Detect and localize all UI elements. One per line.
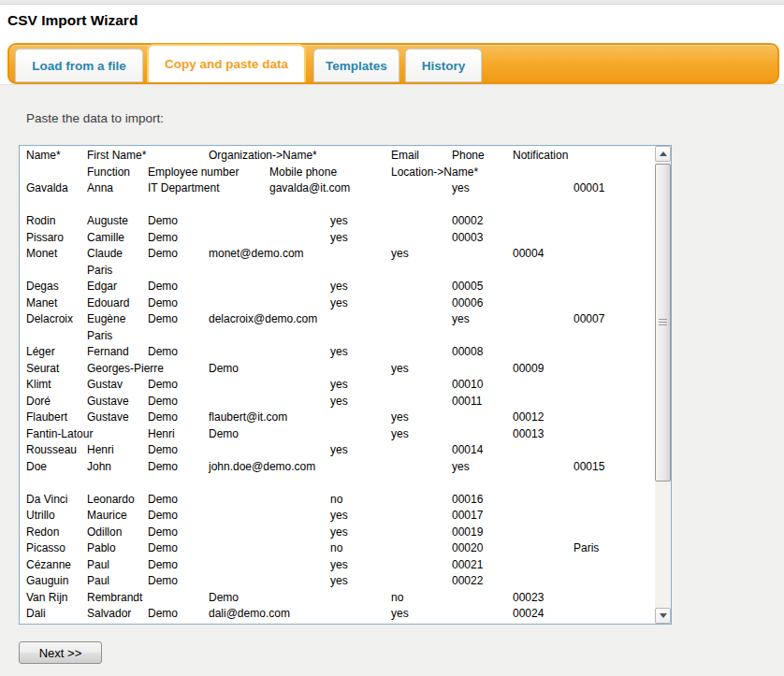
paste-cell: gavalda@it.com xyxy=(269,181,350,194)
paste-cell: Demo xyxy=(148,296,178,309)
paste-cell: Da Vinci xyxy=(26,493,67,506)
paste-line: CézannePaulDemoyes00021 xyxy=(20,558,655,575)
next-button[interactable]: Next >> xyxy=(19,641,102,664)
paste-line: SeuratGeorges-PierreDemoyes00009 xyxy=(20,362,655,379)
paste-cell: yes xyxy=(330,509,348,522)
paste-cell: Odillon xyxy=(87,525,122,539)
paste-cell: Gustav xyxy=(87,378,123,391)
scrollbar-down-button[interactable] xyxy=(655,608,671,624)
scrollbar-thumb[interactable] xyxy=(655,164,671,482)
paste-cell: 00004 xyxy=(513,247,544,260)
paste-cell: Pablo xyxy=(87,541,116,554)
paste-data-textarea[interactable]: Name*First Name*Organization->Name*Email… xyxy=(19,145,672,625)
paste-cell: Gustave xyxy=(87,410,129,424)
paste-cell: yes xyxy=(330,443,348,456)
paste-cell: Demo xyxy=(209,591,239,604)
paste-cell: Salvador xyxy=(87,607,131,620)
vertical-scrollbar[interactable] xyxy=(655,146,671,624)
paste-line: Van RijnRembrandtDemono00023 xyxy=(20,591,655,608)
paste-cell: Picasso xyxy=(26,541,65,554)
paste-line: RodinAugusteDemoyes00002 xyxy=(20,214,655,231)
paste-cell: Demo xyxy=(148,541,178,554)
paste-cell: Demo xyxy=(148,247,178,260)
paste-cell: john.doe@demo.com xyxy=(209,460,315,473)
paste-line: RousseauHenriDemoyes00014 xyxy=(20,443,655,460)
paste-line xyxy=(20,198,655,215)
paste-cell: 00022 xyxy=(452,574,483,587)
scrollbar-up-button[interactable] xyxy=(655,146,671,162)
paste-line: Name*First Name*Organization->Name*Email… xyxy=(20,149,655,165)
paste-cell: Demo xyxy=(148,509,178,522)
paste-cell: Seurat xyxy=(26,362,59,375)
paste-cell: Notification xyxy=(513,149,568,162)
paste-cell: yes xyxy=(452,181,470,194)
paste-line: GavaldaAnnaIT Departmentgavalda@it.comye… xyxy=(20,181,655,198)
tab-load-from-file[interactable]: Load from a file xyxy=(15,49,143,82)
paste-cell: yes xyxy=(330,296,348,309)
paste-cell: yes xyxy=(391,607,409,620)
paste-data-label: Paste the data to import: xyxy=(26,111,164,125)
paste-cell: 00011 xyxy=(452,395,482,408)
paste-line: UtrilloMauriceDemoyes00017 xyxy=(20,509,655,525)
paste-line: PicassoPabloDemono00020Paris xyxy=(20,541,655,558)
paste-cell: Demo xyxy=(148,460,178,473)
paste-cell: Paris xyxy=(573,541,599,554)
paste-line: DaliSalvadorDemodali@demo.comyes00024 xyxy=(20,607,655,624)
paste-cell: Demo xyxy=(148,231,178,244)
paste-cell: Demo xyxy=(148,280,178,293)
tab-history[interactable]: History xyxy=(405,49,482,82)
paste-line: FlaubertGustaveDemoflaubert@it.comyes000… xyxy=(20,410,655,427)
paste-cell: yes xyxy=(330,345,348,358)
paste-cell: Location->Name* xyxy=(391,165,478,179)
paste-cell: Demo xyxy=(148,574,178,587)
tab-label: History xyxy=(422,59,466,73)
tab-label: Load from a file xyxy=(32,59,126,73)
paste-cell: Flaubert xyxy=(26,410,67,424)
paste-line: Paris xyxy=(20,329,655,346)
csv-import-wizard-window: CSV Import Wizard Load from a file Copy … xyxy=(0,0,784,676)
paste-cell: Delacroix xyxy=(26,312,73,325)
paste-cell: Gauguin xyxy=(26,574,68,587)
paste-cell: 00023 xyxy=(513,591,544,604)
paste-cell: Rembrandt xyxy=(87,591,142,604)
paste-line: Grenoble xyxy=(20,624,655,625)
paste-cell: 00006 xyxy=(452,296,483,309)
paste-cell: Henri xyxy=(148,427,175,440)
paste-cell: Demo xyxy=(148,214,178,227)
paste-cell: Claude xyxy=(87,247,123,260)
paste-line: Da VinciLeonardoDemono00016 xyxy=(20,493,655,510)
paste-cell: Demo xyxy=(148,607,178,620)
paste-cell: yes xyxy=(330,231,348,244)
paste-cell: Demo xyxy=(148,443,178,456)
paste-cell: Cézanne xyxy=(26,558,71,571)
paste-cell: 00013 xyxy=(513,427,544,440)
paste-cell: Rodin xyxy=(26,214,55,227)
paste-cell: 00008 xyxy=(452,345,483,358)
paste-cell: Van Rijn xyxy=(26,591,67,604)
paste-cell: Function xyxy=(87,165,130,179)
tab-copy-and-paste-data[interactable]: Copy and paste data xyxy=(147,44,306,82)
paste-line: KlimtGustavDemoyes00010 xyxy=(20,378,655,395)
paste-cell: First Name* xyxy=(87,149,146,162)
paste-line: DoeJohnDemojohn.doe@demo.comyes00015 xyxy=(20,460,655,477)
paste-cell: Camille xyxy=(87,231,124,244)
paste-line: MonetClaudeDemomonet@demo.comyes00004 xyxy=(20,247,655,264)
paste-cell: yes xyxy=(330,280,348,293)
paste-line: DegasEdgarDemoyes00005 xyxy=(20,280,655,296)
paste-line: DelacroixEugèneDemodelacroix@demo.comyes… xyxy=(20,312,655,329)
paste-cell: Léger xyxy=(26,345,55,358)
paste-line: FunctionEmployee numberMobile phoneLocat… xyxy=(20,165,655,182)
paste-cell: no xyxy=(391,591,403,604)
scroll-down-icon xyxy=(660,613,667,618)
paste-cell: Eugène xyxy=(87,312,125,325)
paste-cell: Auguste xyxy=(87,214,128,227)
paste-cell: Utrillo xyxy=(26,509,55,522)
paste-cell: Paul xyxy=(87,558,109,571)
paste-cell: Email xyxy=(391,149,419,162)
paste-cell: yes xyxy=(330,558,348,571)
paste-cell: Demo xyxy=(148,493,178,506)
paste-line: Fantin-LatourHenriDemoyes00013 xyxy=(20,427,655,444)
paste-line: DoréGustaveDemoyes00011 xyxy=(20,395,655,411)
tab-label: Templates xyxy=(326,59,387,73)
tab-templates[interactable]: Templates xyxy=(313,49,399,82)
